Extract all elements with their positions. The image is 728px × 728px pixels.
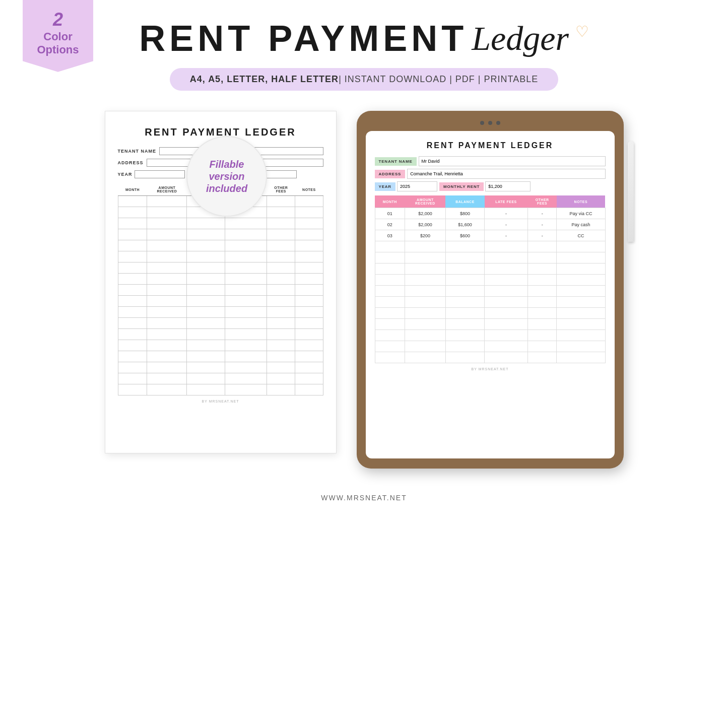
tablet-cell: 02 <box>375 219 405 230</box>
tablet-cell <box>527 297 556 308</box>
paper-cell <box>147 218 187 229</box>
tablet-cell <box>527 263 556 275</box>
tablet-cell: $200 <box>405 230 445 241</box>
tablet-year-rent-row: YEAR 2025 MONTHLY RENT $1,200 <box>375 181 606 191</box>
tablet-cell <box>375 308 405 319</box>
tablet-cell <box>527 275 556 286</box>
paper-cell <box>118 384 147 395</box>
footer: WWW.MRSNEAT.NET <box>0 494 728 502</box>
paper-cell <box>295 362 323 373</box>
tablet-cell <box>405 252 445 263</box>
paper-cell <box>118 351 147 362</box>
paper-cell <box>295 373 323 384</box>
paper-cell <box>147 251 187 262</box>
paper-cell <box>147 207 187 218</box>
tablet-cell <box>375 241 405 252</box>
paper-cell <box>118 240 147 251</box>
paper-cell <box>225 251 267 262</box>
tablet-cell: $2,000 <box>405 208 445 219</box>
tablet-cell: Pay cash <box>557 219 605 230</box>
banner-text: ColorOptions <box>28 30 88 57</box>
paper-cell <box>118 329 147 340</box>
col-amount: AMOUNTRECEIVED <box>147 183 187 196</box>
tablet-cell <box>405 297 445 308</box>
tablet-cell: Pay via CC <box>557 208 605 219</box>
footer-url: WWW.MRSNEAT.NET <box>321 494 407 502</box>
tablet-col-amount: AMOUNTRECEIVED <box>405 195 445 208</box>
paper-cell <box>187 274 225 285</box>
tablet-col-balance: BALANCE <box>445 195 484 208</box>
tablet-cell <box>375 352 405 363</box>
year-input <box>135 170 185 178</box>
paper-cell <box>147 196 187 207</box>
camera-dot-3 <box>496 121 500 125</box>
tablet-cell <box>485 263 528 275</box>
paper-cell <box>295 262 323 274</box>
tablet-cell <box>485 308 528 319</box>
paper-cell <box>147 240 187 251</box>
tablet-year-input: 2025 <box>397 181 437 191</box>
tablet-cell <box>405 341 445 352</box>
fillable-text: Fillableversionincluded <box>206 158 247 194</box>
tablet-col-month: MONTH <box>375 195 405 208</box>
tablet-cell <box>375 319 405 330</box>
tablet-address-row: ADDRESS Comanche Trail, Henrietta <box>375 169 606 179</box>
paper-cell <box>295 318 323 329</box>
paper-cell <box>267 373 295 384</box>
paper-cell <box>295 296 323 307</box>
title-ledger: Ledger <box>472 19 569 58</box>
paper-cell <box>187 340 225 351</box>
paper-cell <box>295 251 323 262</box>
tablet-cell <box>375 286 405 297</box>
tablet-cell: - <box>527 219 556 230</box>
paper-cell <box>225 296 267 307</box>
paper-cell <box>267 296 295 307</box>
tablet-monthly-rent-value: $1,200 <box>488 184 502 189</box>
year-label: YEAR <box>118 172 133 177</box>
tablet-cell <box>445 341 484 352</box>
paper-cell <box>267 251 295 262</box>
paper-cell <box>187 318 225 329</box>
tablet-year-item: YEAR 2025 <box>375 181 437 191</box>
paper-cell <box>118 340 147 351</box>
tablet-cell <box>557 308 605 319</box>
paper-cell <box>187 251 225 262</box>
paper-cell <box>295 285 323 296</box>
tablet-cell <box>375 252 405 263</box>
title-rent-payment: RENT PAYMENT <box>139 18 468 59</box>
paper-cell <box>118 262 147 274</box>
tablet-cell <box>485 297 528 308</box>
paper-cell <box>187 285 225 296</box>
tablet-address-input: Comanche Trail, Henrietta <box>407 169 605 179</box>
paper-cell <box>118 274 147 285</box>
tablet-cell <box>375 275 405 286</box>
tablet-address-value: Comanche Trail, Henrietta <box>410 171 463 176</box>
paper-cell <box>267 196 295 207</box>
paper-cell <box>225 229 267 240</box>
paper-cell <box>225 307 267 318</box>
paper-cell <box>187 384 225 395</box>
paper-cell <box>225 329 267 340</box>
paper-cell <box>225 285 267 296</box>
paper-cell <box>118 307 147 318</box>
paper-cell <box>225 240 267 251</box>
tablet-cell <box>405 241 445 252</box>
tablet-cell <box>445 275 484 286</box>
camera-dot-1 <box>480 121 484 125</box>
paper-cell <box>118 362 147 373</box>
tablet-cell <box>405 319 445 330</box>
paper-cell <box>267 262 295 274</box>
tablet-monthly-rent-input: $1,200 <box>485 181 531 191</box>
tablet-cell <box>557 263 605 275</box>
tablet-monthly-rent-label: MONTHLY RENT <box>439 182 484 191</box>
tablet-cell: $800 <box>445 208 484 219</box>
paper-cell <box>147 362 187 373</box>
paper-cell <box>267 240 295 251</box>
paper-cell <box>187 229 225 240</box>
tablet-year-label: YEAR <box>375 182 395 191</box>
tablet-cell: - <box>527 230 556 241</box>
stylus <box>628 141 634 242</box>
content-area: Fillableversionincluded RENT PAYMENT LED… <box>0 111 728 469</box>
paper-cell <box>267 218 295 229</box>
banner-number: 2 <box>28 9 88 30</box>
